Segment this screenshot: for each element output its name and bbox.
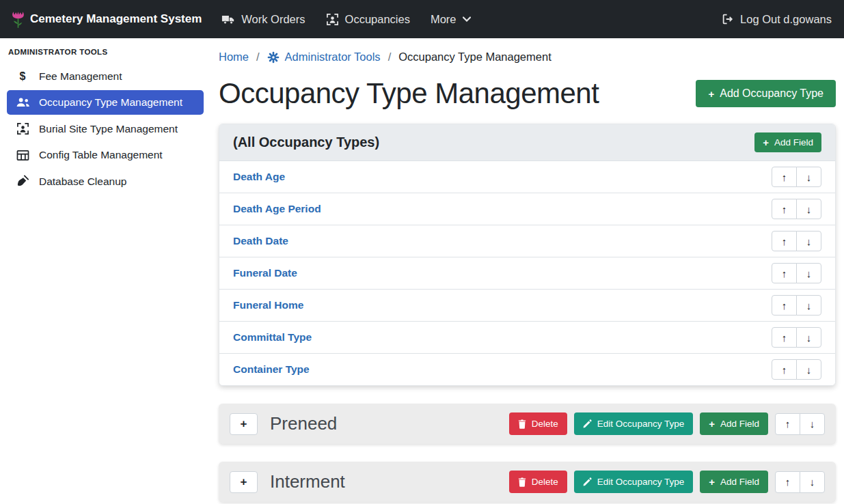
- plus-icon: +: [763, 137, 769, 148]
- expand-button[interactable]: +: [230, 471, 258, 493]
- edit-occupancy-type-button[interactable]: Edit Occupancy Type: [574, 471, 693, 493]
- move-up-button[interactable]: ↑: [772, 295, 797, 316]
- brand[interactable]: Cemetery Management System: [12, 10, 202, 29]
- arrow-up-icon: ↑: [785, 476, 791, 488]
- move-up-button[interactable]: ↑: [772, 263, 797, 283]
- field-link[interactable]: Death Age Period: [233, 203, 321, 215]
- card-header: (All Occupancy Types) + Add Field: [219, 124, 835, 160]
- sidebar-item-label: Config Table Management: [39, 149, 163, 161]
- reorder-group: ↑ ↓: [772, 167, 821, 187]
- move-up-button[interactable]: ↑: [775, 413, 800, 435]
- plus-icon: +: [709, 477, 715, 487]
- add-field-button[interactable]: + Add Field: [700, 412, 768, 435]
- trash-icon: [518, 419, 526, 429]
- breadcrumb-separator: /: [388, 51, 392, 64]
- field-link[interactable]: Funeral Home: [233, 299, 303, 311]
- add-field-label: Add Field: [720, 477, 759, 487]
- person-frame-icon: [15, 122, 30, 135]
- move-up-button[interactable]: ↑: [772, 199, 797, 219]
- move-down-button[interactable]: ↓: [796, 263, 821, 283]
- move-down-button[interactable]: ↓: [796, 167, 821, 187]
- plus-icon: +: [709, 419, 715, 429]
- logout-button[interactable]: Log Out d.gowans: [711, 8, 832, 31]
- move-down-button[interactable]: ↓: [800, 413, 825, 435]
- expand-button[interactable]: +: [230, 413, 258, 435]
- edit-occupancy-type-label: Edit Occupancy Type: [597, 477, 684, 487]
- arrow-down-icon: ↓: [810, 418, 815, 430]
- nav-work-orders[interactable]: Work Orders: [211, 8, 315, 31]
- sidebar-item-database-cleanup[interactable]: Database Cleanup: [7, 169, 204, 194]
- breadcrumb-separator: /: [256, 51, 260, 64]
- field-link[interactable]: Death Age: [233, 171, 285, 183]
- arrow-up-icon: ↑: [782, 236, 787, 247]
- move-down-button[interactable]: ↓: [796, 199, 821, 219]
- arrow-up-icon: ↑: [782, 171, 787, 183]
- truck-icon: [221, 14, 235, 25]
- delete-button[interactable]: Delete: [509, 412, 567, 435]
- move-up-button[interactable]: ↑: [772, 231, 797, 251]
- edit-occupancy-type-button[interactable]: Edit Occupancy Type: [574, 412, 693, 435]
- field-link[interactable]: Container Type: [233, 363, 310, 376]
- broom-icon: [15, 175, 30, 188]
- nav-occupancies[interactable]: Occupancies: [316, 8, 420, 31]
- nav-more[interactable]: More: [420, 8, 481, 31]
- arrow-up-icon: ↑: [782, 204, 787, 215]
- arrow-up-icon: ↑: [782, 300, 787, 311]
- reorder-group: ↑ ↓: [772, 359, 821, 380]
- arrow-up-icon: ↑: [782, 268, 787, 279]
- arrow-down-icon: ↓: [806, 171, 812, 183]
- move-down-button[interactable]: ↓: [796, 327, 821, 348]
- reorder-group: ↑ ↓: [775, 413, 825, 435]
- move-down-button[interactable]: ↓: [796, 295, 821, 316]
- title-row: Occupancy Type Management + Add Occupanc…: [219, 77, 836, 110]
- move-up-button[interactable]: ↑: [772, 167, 797, 187]
- sidebar-item-label: Database Cleanup: [39, 176, 126, 188]
- delete-button[interactable]: Delete: [509, 471, 567, 493]
- occupancy-type-title: Interment: [270, 471, 345, 492]
- field-link[interactable]: Funeral Date: [233, 267, 297, 279]
- sidebar-item-label: Fee Management: [39, 70, 122, 83]
- sidebar-item-label: Occupancy Type Management: [39, 96, 182, 109]
- move-up-button[interactable]: ↑: [775, 471, 800, 493]
- add-field-button[interactable]: + Add Field: [700, 471, 768, 493]
- field-link[interactable]: Death Date: [233, 235, 288, 247]
- sidebar-item-config-table-management[interactable]: Config Table Management: [7, 143, 204, 167]
- move-down-button[interactable]: ↓: [800, 471, 825, 493]
- add-occupancy-type-button[interactable]: + Add Occupancy Type: [696, 80, 836, 107]
- field-link[interactable]: Committal Type: [233, 331, 312, 344]
- breadcrumb: Home / Administrator Tools: [219, 48, 836, 64]
- arrow-up-icon: ↑: [782, 332, 787, 344]
- arrow-down-icon: ↓: [806, 268, 812, 279]
- occupancy-type-section-interment: + Interment Delete: [219, 462, 836, 502]
- sidebar-item-occupancy-type-management[interactable]: Occupancy Type Management: [7, 90, 204, 115]
- field-row: Container Type ↑ ↓: [219, 353, 835, 385]
- breadcrumb-home[interactable]: Home: [219, 51, 249, 64]
- arrow-up-icon: ↑: [785, 418, 791, 430]
- brand-title: Cemetery Management System: [30, 12, 202, 26]
- gear-icon: [267, 51, 280, 64]
- logout-icon: [721, 13, 734, 25]
- trash-icon: [518, 477, 526, 487]
- sidebar-item-burial-site-type-management[interactable]: Burial Site Type Management: [7, 116, 204, 141]
- app-root: Cemetery Management System Work Orders: [0, 0, 844, 504]
- add-field-button[interactable]: + Add Field: [754, 132, 821, 152]
- sidebar-item-fee-management[interactable]: $ Fee Management: [7, 64, 204, 89]
- breadcrumb-administrator-tools[interactable]: Administrator Tools: [267, 51, 381, 64]
- add-occupancy-type-label: Add Occupancy Type: [720, 87, 823, 100]
- dollar-icon: $: [15, 70, 30, 83]
- delete-label: Delete: [532, 419, 558, 429]
- plus-icon: +: [241, 475, 247, 489]
- nav-more-label: More: [431, 13, 457, 26]
- arrow-down-icon: ↓: [806, 300, 812, 311]
- field-row: Death Date ↑ ↓: [219, 225, 835, 257]
- move-up-button[interactable]: ↑: [772, 327, 797, 348]
- arrow-down-icon: ↓: [806, 332, 812, 344]
- arrow-down-icon: ↓: [806, 364, 812, 376]
- sidebar-heading: ADMINISTRATOR TOOLS: [0, 48, 210, 63]
- edit-occupancy-type-label: Edit Occupancy Type: [597, 419, 684, 429]
- move-down-button[interactable]: ↓: [796, 231, 821, 251]
- move-down-button[interactable]: ↓: [796, 359, 821, 380]
- breadcrumb-admin-label: Administrator Tools: [285, 51, 381, 64]
- move-up-button[interactable]: ↑: [772, 359, 797, 380]
- bar-actions: Delete Edit Occupancy Type + Add Field: [509, 471, 825, 493]
